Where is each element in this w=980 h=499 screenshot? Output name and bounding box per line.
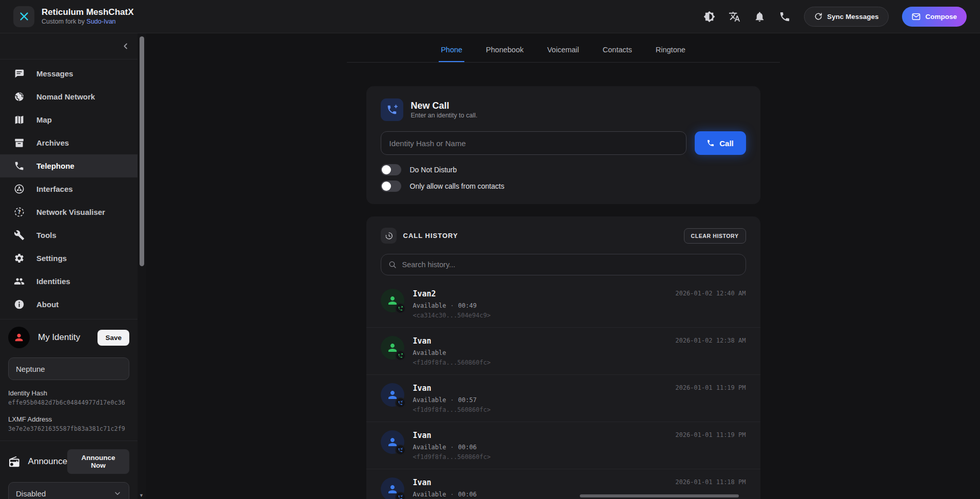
sidebar-item-label: Network Visualiser [36,208,105,216]
sidebar-item-label: About [36,300,58,309]
telephone-tab[interactable]: Phone [439,44,464,62]
page-title: Reticulum MeshChatX [42,7,133,17]
sidebar-scrollbar[interactable]: ▼ [138,33,146,499]
sidebar-nav-item[interactable]: Identities [0,270,138,293]
tab-label: Voicemail [547,46,579,54]
contact-hash: <f1d9f8fa...560860fc> [413,453,491,461]
telephone-tab[interactable]: Voicemail [545,44,581,62]
scrollbar-down-arrow[interactable]: ▼ [139,493,144,498]
entry-details: Ivan Available · 00:06 <f1d9f8fa...56086… [413,430,491,461]
sidebar-nav: Messages Nomad Network Map Archives [0,59,138,316]
call-direction-icon [398,353,403,358]
call-direction-badge [395,350,406,361]
identity-hash-or-name-input[interactable] [381,131,687,155]
call-toggles: Do Not Disturb Only allow calls from con… [381,163,746,193]
sync-messages-button[interactable]: Sync Messages [804,7,889,27]
app-logo[interactable] [13,6,34,27]
contact-name: Ivan [413,430,491,441]
history-search [381,254,746,275]
call-history-entry[interactable]: Ivan Available · <f1d9f8fa...560860fc> 2… [366,327,760,374]
identity-hash-label: Identity Hash [8,389,129,397]
call-button[interactable]: Call [695,131,746,155]
refresh-icon [814,12,822,21]
new-call-subtitle: Enter an identity to call. [411,111,478,119]
new-call-title: New Call [411,101,478,111]
contact-name: Ivan2 [413,289,491,299]
announce-now-button[interactable]: Announce Now [67,449,129,474]
telephone-tab[interactable]: Phonebook [484,44,525,62]
sidebar-nav-item[interactable]: Archives [0,131,138,154]
my-identity-title: My Identity [38,332,80,343]
phone-icon [707,139,715,147]
call-history-entry[interactable]: Ivan2 Available · 00:49 <ca314c30...504e… [366,281,760,327]
contact-avatar [381,336,404,360]
status-separator-dot: · [450,444,454,451]
subtitle-author-link[interactable]: Sudo-Ivan [87,18,116,25]
identity-hash-value: effe95b0482d7b6c04844977d17e0c36 [8,399,129,406]
sidebar-item-icon [14,161,25,171]
sidebar-nav-item[interactable]: Tools [0,224,138,247]
call-history-entry[interactable]: Ivan Available · 00:57 <f1d9f8fa...56086… [366,374,760,422]
sidebar-nav-item[interactable]: Network Visualiser [0,201,138,224]
translate-icon[interactable] [729,11,740,23]
announce-mode-select[interactable]: Disabled [8,482,129,499]
entry-timestamp: 2026-01-02 12:40 AM [675,290,746,297]
tab-label: Ringtone [656,46,685,54]
sidebar-nav-item[interactable]: Settings [0,247,138,270]
lxmf-address-value: 3e7e2e37621635587fb83a381c71c2f9 [8,425,129,432]
sidebar: Messages Nomad Network Map Archives [0,33,138,499]
horizontal-scrollbar[interactable] [580,494,739,497]
subtitle-prefix: Custom fork by [42,18,85,25]
entry-status-row: Available · 00:57 [413,396,491,404]
search-history-input[interactable] [381,254,746,275]
envelope-icon [912,12,920,21]
sidebar-collapse-row [0,33,138,59]
phone-plus-icon [386,104,398,115]
sidebar-scrollbar-thumb[interactable] [140,36,144,266]
call-history-entry[interactable]: Ivan Available · 00:06 <f1d9f8fa...56086… [366,422,760,469]
telephone-tab[interactable]: Ringtone [654,44,688,62]
contact-hash: <ca314c30...504e94c9> [413,312,491,319]
contact-avatar [381,477,404,499]
phone-icon[interactable] [779,11,791,23]
call-direction-badge [395,303,406,314]
status-separator-dot: · [450,396,454,404]
sync-messages-label: Sync Messages [827,13,879,21]
notifications-icon[interactable] [754,11,766,23]
entry-status-row: Available · 00:06 [413,491,477,498]
save-button[interactable]: Save [97,330,129,346]
lxmf-address-label: LXMF Address [8,415,129,423]
new-call-icon-box [381,98,403,121]
sidebar-item-icon [14,253,25,264]
contact-hash: <f1d9f8fa...560860fc> [413,359,491,366]
sidebar-nav-item[interactable]: Interfaces [0,177,138,201]
telephone-tab[interactable]: Contacts [601,44,634,62]
sidebar-nav-item[interactable]: About [0,293,138,316]
header-actions: Sync Messages Compose [703,7,967,27]
entry-timestamp: 2026-01-02 12:38 AM [675,337,746,344]
tab-label: Contacts [603,46,632,54]
sidebar-nav-item[interactable]: Map [0,108,138,131]
toggle-switch[interactable] [381,164,401,175]
sidebar-nav-item[interactable]: Messages [0,62,138,85]
sidebar-nav-item[interactable]: Nomad Network [0,85,138,108]
toggle-switch[interactable] [381,181,401,192]
clear-history-button[interactable]: CLEAR HISTORY [684,228,746,244]
sidebar-nav-item[interactable]: Telephone [0,154,138,177]
collapse-sidebar-icon[interactable] [121,42,130,51]
logo-x-icon [18,11,30,22]
sidebar-item-label: Identities [36,277,70,286]
call-history-header: CALL HISTORY CLEAR HISTORY [381,228,746,244]
sidebar-item-label: Interfaces [36,185,73,193]
new-call-input-row: Call [381,131,746,155]
call-history-card: CALL HISTORY CLEAR HISTORY Ivan2 [366,216,760,499]
contact-status: Available [413,349,446,356]
entry-timestamp: 2026-01-01 11:18 PM [675,478,746,486]
theme-icon[interactable] [703,11,715,23]
call-duration: 00:49 [458,302,477,309]
compose-button[interactable]: Compose [902,7,967,27]
toggle-row: Only allow calls from contacts [381,179,746,193]
contact-avatar [381,383,404,407]
title-block: Reticulum MeshChatX Custom fork by Sudo-… [42,7,133,26]
identity-name-input[interactable] [8,357,129,380]
